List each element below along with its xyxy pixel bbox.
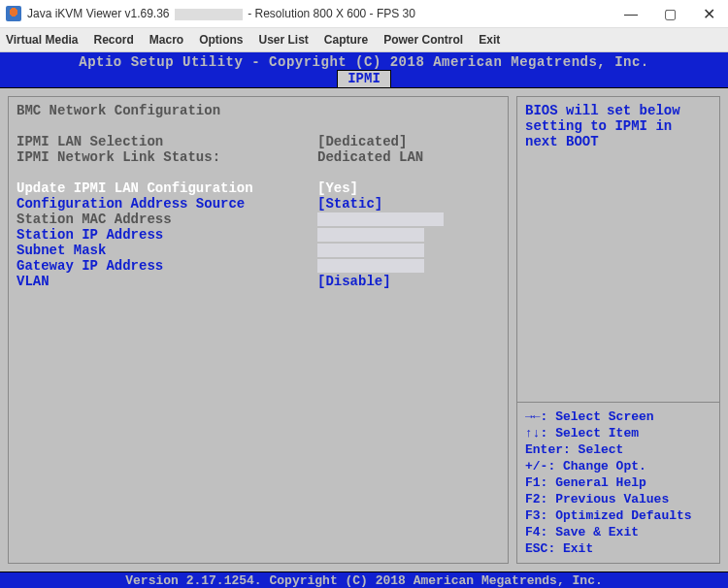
menu-options[interactable]: Options (199, 33, 243, 47)
bios-right-panel: BIOS will set below setting to IPMI in n… (516, 96, 720, 564)
window-controls: — ▢ ✕ (612, 0, 728, 27)
java-icon (6, 6, 21, 21)
label-gateway-ip: Gateway IP Address (17, 258, 317, 274)
label-config-address-source: Configuration Address Source (17, 196, 317, 212)
row-update-ipmi-lan[interactable]: Update IPMI LAN Configuration [Yes] (17, 180, 500, 196)
bios-header-text: Aptio Setup Utility - Copyright (C) 2018… (0, 52, 728, 70)
label-station-mac: Station MAC Address (17, 212, 317, 227)
menubar: Virtual Media Record Macro Options User … (0, 28, 728, 52)
value-ipmi-lan-selection: [Dedicated] (317, 134, 407, 149)
legend-change-opt: +/-: Change Opt. (525, 458, 711, 474)
legend-f2-prev: F2: Previous Values (525, 491, 711, 507)
legend-f4-save: F4: Save & Exit (525, 524, 711, 540)
row-station-mac: Station MAC Address (17, 212, 500, 227)
menu-capture[interactable]: Capture (324, 33, 368, 47)
title-redacted (175, 9, 243, 20)
value-subnet-mask (317, 243, 424, 258)
tab-ipmi[interactable]: IPMI (337, 70, 391, 87)
row-vlan[interactable]: VLAN [Disable] (17, 274, 500, 289)
menu-macro[interactable]: Macro (149, 33, 183, 47)
window-title: Java iKVM Viewer v1.69.36 - Resolution 8… (27, 7, 612, 20)
menu-exit[interactable]: Exit (479, 33, 500, 47)
titlebar: Java iKVM Viewer v1.69.36 - Resolution 8… (0, 0, 728, 28)
row-subnet-mask[interactable]: Subnet Mask (17, 243, 500, 258)
bios-header: Aptio Setup Utility - Copyright (C) 2018… (0, 52, 728, 88)
value-ipmi-link-status: Dedicated LAN (317, 149, 423, 165)
label-subnet-mask: Subnet Mask (17, 243, 317, 258)
app-window: Java iKVM Viewer v1.69.36 - Resolution 8… (0, 0, 728, 588)
section-title: BMC Network Configuration (17, 103, 500, 118)
legend-enter-select: Enter: Select (525, 441, 711, 458)
row-gateway-ip[interactable]: Gateway IP Address (17, 258, 500, 274)
bios-left-panel: BMC Network Configuration IPMI LAN Selec… (8, 96, 509, 564)
bios-footer: Version 2.17.1254. Copyright (C) 2018 Am… (0, 572, 728, 588)
menu-virtual-media[interactable]: Virtual Media (6, 33, 78, 47)
bios-tab-row: IPMI (0, 70, 728, 87)
title-suffix: - Resolution 800 X 600 - FPS 30 (245, 7, 415, 20)
value-config-address-source: [Static] (317, 196, 382, 212)
title-prefix: Java iKVM Viewer v1.69.36 (27, 7, 173, 20)
label-station-ip: Station IP Address (17, 227, 317, 243)
bios-screen: Aptio Setup Utility - Copyright (C) 2018… (0, 52, 728, 588)
label-ipmi-lan-selection: IPMI LAN Selection (17, 134, 317, 149)
bios-key-legend: →←: Select Screen ↑↓: Select Item Enter:… (525, 408, 711, 557)
row-station-ip[interactable]: Station IP Address (17, 227, 500, 243)
menu-record[interactable]: Record (93, 33, 133, 47)
row-config-address-source[interactable]: Configuration Address Source [Static] (17, 196, 500, 212)
label-ipmi-link-status: IPMI Network Link Status: (17, 149, 317, 165)
value-station-ip (317, 227, 424, 243)
section-title-label: BMC Network Configuration (17, 103, 317, 118)
label-vlan: VLAN (17, 274, 317, 289)
bios-help-divider (517, 402, 719, 403)
legend-f1-help: F1: General Help (525, 474, 711, 491)
close-button[interactable]: ✕ (689, 0, 728, 27)
row-ipmi-link-status: IPMI Network Link Status: Dedicated LAN (17, 149, 500, 165)
legend-select-item: ↑↓: Select Item (525, 425, 711, 441)
bios-body: BMC Network Configuration IPMI LAN Selec… (0, 88, 728, 572)
value-vlan: [Disable] (317, 274, 391, 289)
legend-select-screen: →←: Select Screen (525, 408, 711, 425)
menu-user-list[interactable]: User List (258, 33, 308, 47)
value-station-mac (317, 212, 444, 227)
value-update-ipmi-lan: [Yes] (317, 180, 358, 196)
row-ipmi-lan-selection[interactable]: IPMI LAN Selection [Dedicated] (17, 134, 500, 149)
legend-esc-exit: ESC: Exit (525, 540, 711, 557)
maximize-button[interactable]: ▢ (650, 0, 689, 27)
minimize-button[interactable]: — (612, 0, 650, 27)
legend-f3-defaults: F3: Optimized Defaults (525, 507, 711, 524)
value-gateway-ip (317, 258, 424, 274)
bios-help-text: BIOS will set below setting to IPMI in n… (525, 103, 711, 396)
menu-power-control[interactable]: Power Control (383, 33, 463, 47)
label-update-ipmi-lan: Update IPMI LAN Configuration (17, 180, 317, 196)
